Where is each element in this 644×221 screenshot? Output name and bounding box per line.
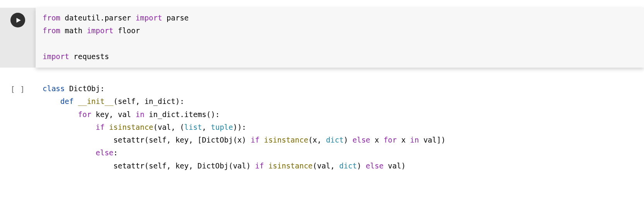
cell-gutter: [ ] xyxy=(0,78,36,177)
code-content: class DictObj: def __init__(self, in_dic… xyxy=(43,82,637,172)
play-icon xyxy=(15,17,21,23)
code-input-area[interactable]: class DictObj: def __init__(self, in_dic… xyxy=(36,78,644,177)
code-cell[interactable]: from dateutil.parser import parse from m… xyxy=(0,8,644,68)
code-cell[interactable]: [ ] class DictObj: def __init__(self, in… xyxy=(0,78,644,177)
code-content: from dateutil.parser import parse from m… xyxy=(43,12,637,63)
notebook: from dateutil.parser import parse from m… xyxy=(0,0,644,199)
code-input-area[interactable]: from dateutil.parser import parse from m… xyxy=(36,8,644,68)
run-button[interactable] xyxy=(10,13,25,27)
cell-execution-prompt: [ ] xyxy=(10,83,25,177)
cell-gutter xyxy=(0,8,36,68)
